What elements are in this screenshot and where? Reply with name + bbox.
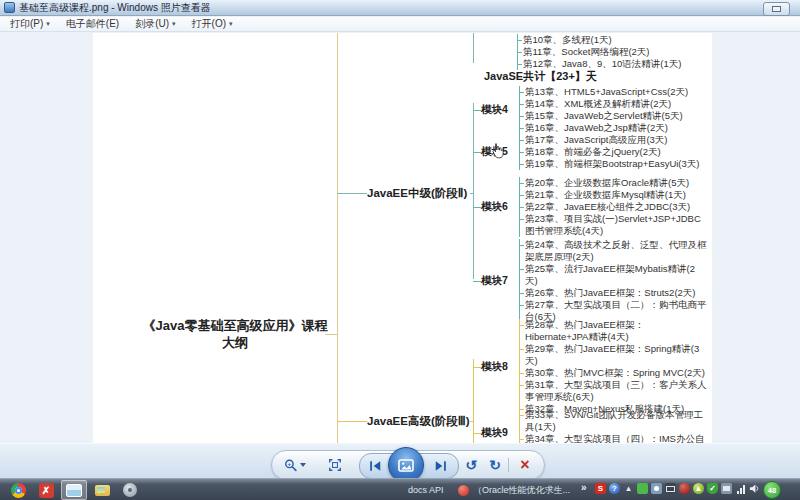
branch-connector-adv: [337, 421, 367, 422]
previous-icon: [367, 459, 383, 473]
next-button[interactable]: [430, 456, 452, 476]
chapter-item: 第19章、前端框架Bootstrap+EasyUi(3天): [525, 158, 707, 170]
chapter-item: 第29章、热门JavaEE框架：Spring精讲(3天): [525, 343, 707, 367]
previous-button[interactable]: [364, 456, 386, 476]
ime-keyboard-icon[interactable]: [665, 483, 676, 494]
module-label: 模块4: [481, 103, 519, 117]
delete-button[interactable]: ×: [514, 455, 536, 475]
chapter-item: 第16章、JavaWeb之Jsp精讲(2天): [525, 122, 707, 134]
chapter-item: 第14章、XML概述及解析精讲(2天): [525, 98, 707, 110]
chapter-item: 第15章、JavaWeb之Servlet精讲(5天): [525, 110, 707, 122]
help-question-icon[interactable]: ?: [609, 483, 620, 494]
delete-icon: ×: [520, 457, 529, 473]
chapter-item: 第24章、高级技术之反射、泛型、代理及框架底层原理(2天): [525, 239, 707, 263]
volume-speaker-icon[interactable]: [749, 483, 760, 494]
taskbar-media-player[interactable]: [117, 480, 143, 500]
chapter-item: 第10章、多线程(1天): [523, 34, 707, 46]
network-signal-icon[interactable]: [735, 483, 746, 494]
module-group: 模块9第33章、SVN/Git团队开发必备版本管理工具(1天)第34章、大型实战…: [481, 409, 707, 443]
viewer-bottom-bar: +: [0, 443, 800, 479]
security-shield-icon[interactable]: ✓: [707, 483, 718, 494]
chapter-item: 第23章、项目实战(一)Servlet+JSP+JDBC图书管理系统(4天): [525, 213, 707, 237]
photo-toolbar: +: [271, 450, 545, 480]
taskbar-xmind[interactable]: ✗: [33, 480, 59, 500]
chevron-down-icon: ▾: [172, 20, 176, 28]
menu-email[interactable]: 电子邮件(E): [66, 17, 119, 31]
mindmap-root-topic: 《Java零基础至高级应用》课程大纲: [140, 317, 330, 351]
media-player-icon: [123, 483, 137, 497]
zoom-button[interactable]: +: [284, 455, 306, 475]
top-chapter-cluster: 第10章、多线程(1天)第11章、Socket网络编程(2天)第12章、Java…: [517, 34, 707, 70]
menu-print[interactable]: 打印(P)▾: [10, 17, 50, 31]
tray-overflow-chevron[interactable]: »: [581, 482, 587, 493]
taskbar-window-oracle[interactable]: （Oracle性能优化求生...: [452, 481, 576, 499]
chapter-item: 第21章、企业级数据库Mysql精讲(1天): [525, 189, 707, 201]
chapter-item: 第33章、SVN/Git团队开发必备版本管理工具(1天): [525, 409, 707, 433]
module-group: 模块5第17章、JavaScript高级应用(3天)第18章、前端必备之jQue…: [481, 134, 707, 170]
module-label: 模块7: [481, 274, 519, 288]
javase-spine: [473, 33, 474, 63]
menu-bar: 打印(P)▾ 电子邮件(E) 刻录(U)▾ 打开(O)▾: [0, 17, 800, 32]
chapter-item: 第22章、JavaEE核心组件之JDBC(3天): [525, 201, 707, 213]
red-sphere-icon[interactable]: [679, 483, 690, 494]
taskbar-window-docs-api[interactable]: docs API: [402, 481, 450, 499]
minimize-button[interactable]: [763, 2, 790, 16]
chapter-item: 第18章、前端必备之jQuery(2天): [525, 146, 707, 158]
mindmap-main-spine: [337, 33, 338, 443]
green-app-icon[interactable]: [637, 483, 648, 494]
module-label: 模块8: [481, 360, 519, 374]
photo-viewer-icon: [66, 484, 82, 497]
chapter-item: 第28章、热门JavaEE框架：Hibernate+JPA精讲(4天): [525, 319, 707, 343]
red-app-icon: [458, 485, 469, 496]
chevron-down-icon: ▾: [46, 20, 50, 28]
photo-image: 《Java零基础至高级应用》课程大纲 JavaEE中级(阶段Ⅱ) JavaEE高…: [93, 33, 712, 443]
rotate-cw-button[interactable]: ↻: [484, 455, 506, 475]
module-label: 模块6: [481, 200, 519, 214]
branch-spine-mid: [473, 103, 474, 279]
rotate-cw-icon: ↻: [489, 457, 501, 473]
rotate-ccw-button[interactable]: ↺: [460, 455, 482, 475]
branch-spine-adv: [473, 359, 474, 443]
svg-text:+: +: [288, 460, 292, 467]
chapter-item: 第20章、企业级数据库Oracle精讲(5天): [525, 177, 707, 189]
toolbar-separator: [508, 458, 509, 472]
taskbar-window-label: （Oracle性能优化求生...: [473, 484, 570, 497]
minimize-icon: [772, 6, 781, 12]
system-tray: S ? ▴ ▲ ✓: [595, 483, 760, 494]
chapter-item: 第25章、流行JavaEE框架Mybatis精讲(2天): [525, 263, 707, 287]
chapter-item: 第31章、大型实战项目（三）：客户关系人事管理系统(6天): [525, 379, 707, 403]
chapter-item: 第34章、大型实战项目（四）：IMS办公自动化平台(6天): [525, 433, 707, 443]
chapter-item: 第11章、Socket网络编程(2天): [523, 46, 707, 58]
mouse-cursor-hand: [490, 143, 504, 159]
menu-open[interactable]: 打开(O)▾: [192, 17, 233, 31]
cloud-app-icon[interactable]: [651, 483, 662, 494]
caret-up-icon[interactable]: ▴: [623, 483, 634, 494]
module-group: 模块7第24章、高级技术之反射、泛型、代理及框架底层原理(2天)第25章、流行J…: [481, 239, 707, 323]
desktop-screen: 基础至高级课程.png - Windows 照片查看器 打印(P)▾ 电子邮件(…: [0, 0, 800, 500]
window-titlebar[interactable]: 基础至高级课程.png - Windows 照片查看器: [0, 0, 800, 16]
branch-label-javaee-mid: JavaEE中级(阶段Ⅱ): [367, 186, 467, 201]
pc-monitor-icon[interactable]: [721, 483, 732, 494]
sogou-s-icon[interactable]: S: [595, 483, 606, 494]
taskbar-pictures-folder[interactable]: [89, 480, 115, 500]
taskbar-chrome[interactable]: [5, 480, 31, 500]
photo-viewer-app-icon: [4, 2, 15, 13]
rotate-ccw-icon: ↺: [465, 457, 477, 473]
module-group: 模块8第28章、热门JavaEE框架：Hibernate+JPA精讲(4天)第2…: [481, 319, 707, 415]
taskbar-window-label: docs API: [408, 485, 444, 495]
chapter-item: 第30章、热门MVC框架：Spring MVC(2天): [525, 367, 707, 379]
chevron-down-icon: ▾: [229, 20, 233, 28]
module-group: 模块6第20章、企业级数据库Oracle精讲(5天)第21章、企业级数据库Mys…: [481, 177, 707, 237]
taskbar: ✗ docs API （Oracle性能优化求生... » S ? ▴ ▲ ✓: [0, 478, 800, 500]
speed-ball[interactable]: 48: [763, 481, 781, 499]
pictures-folder-icon: [95, 485, 110, 496]
viewer-background: 《Java零基础至高级应用》课程大纲 JavaEE中级(阶段Ⅱ) JavaEE高…: [0, 33, 800, 443]
update-arrow-icon[interactable]: ▲: [693, 483, 704, 494]
chapter-item: 第13章、HTML5+JavaScript+Css(2天): [525, 86, 707, 98]
window-title: 基础至高级课程.png - Windows 照片查看器: [19, 1, 211, 15]
magnifier-icon: +: [284, 458, 298, 473]
next-icon: [433, 459, 449, 473]
taskbar-photo-viewer-active[interactable]: [61, 480, 87, 500]
fit-to-window-button[interactable]: [324, 455, 346, 475]
menu-burn[interactable]: 刻录(U)▾: [135, 17, 175, 31]
